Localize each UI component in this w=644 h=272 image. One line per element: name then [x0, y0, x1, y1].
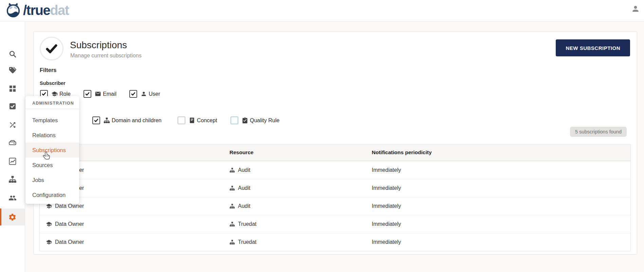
resource-value: Audit: [238, 185, 250, 191]
table-row[interactable]: Data Owner Truedat Immediately: [40, 215, 630, 233]
subscriber-cell: Data Owner: [40, 221, 223, 227]
user-checkbox[interactable]: [129, 90, 137, 98]
resource-value: Truedat: [238, 239, 257, 245]
menu-item-subscriptions[interactable]: Subscriptions: [25, 143, 79, 158]
concept-checkbox[interactable]: [178, 116, 185, 124]
menu-item-sources[interactable]: Sources: [25, 158, 79, 173]
user-menu-icon[interactable]: [631, 4, 640, 13]
filter-label: Concept: [197, 117, 217, 124]
check-square-icon[interactable]: [8, 102, 17, 110]
resource-cell: Truedat: [223, 221, 366, 227]
sidebar-item-administration[interactable]: [0, 208, 25, 225]
filter-domain-and-children[interactable]: Domain and children: [92, 116, 162, 124]
filter-concept[interactable]: Concept: [178, 116, 217, 124]
menu-item-templates[interactable]: Templates: [25, 113, 79, 128]
logo-text: /truedat: [23, 2, 69, 18]
sitemap-icon: [104, 117, 110, 124]
clipboard-check-icon: [242, 117, 248, 124]
resource-value: Truedat: [238, 221, 257, 227]
truedat-logo[interactable]: /truedat: [5, 2, 69, 18]
shuffle-icon[interactable]: [8, 121, 17, 129]
gear-icon: [8, 213, 17, 221]
column-header-periodicity: Notifications periodicity: [366, 149, 630, 156]
table-header-row: Resource Notifications periodicity: [40, 144, 630, 161]
main-area: Subscriptions Manage current subscriptio…: [25, 21, 644, 272]
graduation-cap-icon: [46, 239, 52, 245]
resource-value: Audit: [238, 203, 250, 209]
filter-label: User: [149, 91, 160, 97]
filter-user[interactable]: User: [129, 90, 160, 98]
subscriptions-table: Resource Notifications periodicity Data …: [39, 144, 631, 251]
periodicity-value: Immediately: [372, 239, 401, 245]
subscriptions-card: Subscriptions Manage current subscriptio…: [33, 31, 637, 255]
new-subscription-button[interactable]: NEW SUBSCRIPTION: [556, 39, 630, 56]
subscriptions-hero-icon: [39, 36, 64, 61]
sitemap-icon: [229, 167, 235, 173]
administration-menu-header: ADMINISTRATION: [25, 96, 79, 109]
users-icon[interactable]: [8, 194, 17, 202]
app-root: /truedat: [0, 0, 644, 272]
envelope-icon: [95, 91, 101, 97]
menu-item-configuration[interactable]: Configuration: [25, 187, 79, 202]
table-row[interactable]: Data Owner Truedat Immediately: [40, 233, 630, 251]
logo-text-secondary: dat: [50, 3, 69, 18]
resource-cell: Audit: [223, 167, 366, 173]
subscriber-value: Data Owner: [55, 221, 84, 227]
subscriber-group-label: Subscriber: [40, 80, 66, 86]
subscriber-cell: Data Owner: [40, 239, 223, 245]
filters-label: Filters: [40, 67, 57, 73]
resource-cell: Audit: [223, 185, 366, 191]
quality-rule-checkbox[interactable]: [231, 116, 238, 124]
administration-menu: ADMINISTRATION Templates Relations Subsc…: [25, 96, 79, 204]
search-icon[interactable]: [8, 50, 17, 58]
chart-line-icon[interactable]: [8, 157, 17, 165]
menu-item-jobs[interactable]: Jobs: [25, 173, 79, 187]
sidebar: [0, 21, 25, 272]
graduation-cap-icon: [46, 203, 52, 209]
results-count-badge: 5 subscriptions found: [570, 127, 627, 137]
periodicity-value: Immediately: [372, 203, 401, 209]
book-icon: [189, 117, 195, 124]
periodicity-cell: Immediately: [366, 167, 630, 173]
tags-icon[interactable]: [8, 66, 17, 74]
periodicity-cell: Immediately: [366, 221, 630, 227]
table-row[interactable]: Data Owner Audit Immediately: [40, 161, 630, 179]
topbar: /truedat: [0, 0, 644, 21]
periodicity-cell: Immediately: [366, 203, 630, 209]
periodicity-cell: Immediately: [366, 185, 630, 191]
owl-logo-icon: [5, 2, 21, 18]
domain-checkbox[interactable]: [92, 116, 100, 124]
administration-menu-items: Templates Relations Subscriptions Source…: [25, 109, 79, 202]
subscriber-cell: Data Owner: [40, 203, 223, 209]
periodicity-value: Immediately: [372, 167, 401, 173]
periodicity-cell: Immediately: [366, 239, 630, 245]
sitemap-icon[interactable]: [8, 175, 17, 183]
column-header-resource: Resource: [223, 149, 366, 156]
subscriber-value: Data Owner: [55, 239, 84, 245]
filter-label: Quality Rule: [250, 117, 279, 124]
grid-icon[interactable]: [8, 85, 17, 93]
email-checkbox[interactable]: [84, 90, 91, 98]
periodicity-value: Immediately: [372, 185, 401, 191]
periodicity-value: Immediately: [372, 221, 401, 227]
resource-cell: Audit: [223, 203, 366, 209]
drive-icon[interactable]: [8, 139, 17, 147]
menu-item-relations[interactable]: Relations: [25, 128, 79, 143]
sitemap-icon: [229, 203, 235, 209]
resource-value: Audit: [238, 167, 250, 173]
filter-label: Domain and children: [112, 117, 162, 124]
user-icon: [141, 91, 147, 97]
filter-email[interactable]: Email: [84, 90, 116, 98]
page-subtitle: Manage current subscriptions: [70, 53, 142, 59]
sitemap-icon: [229, 185, 235, 191]
table-row[interactable]: Data Owner Audit Immediately: [40, 179, 630, 197]
sitemap-icon: [229, 239, 235, 245]
sitemap-icon: [229, 221, 235, 227]
resource-cell: Truedat: [223, 239, 366, 245]
logo-text-primary: /true: [23, 3, 50, 18]
filter-quality-rule[interactable]: Quality Rule: [231, 116, 279, 124]
table-row[interactable]: Data Owner Audit Immediately: [40, 197, 630, 215]
graduation-cap-icon: [46, 221, 52, 227]
filter-label: Email: [103, 91, 116, 97]
page-title: Subscriptions: [70, 40, 127, 51]
